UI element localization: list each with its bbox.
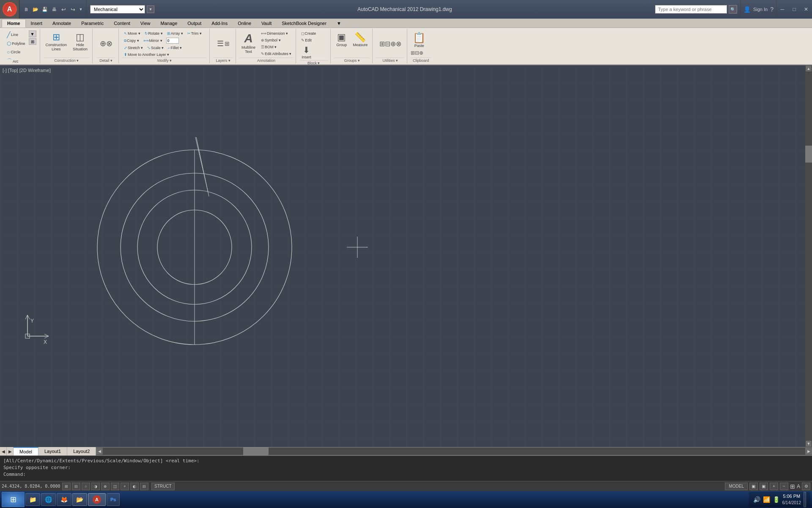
taskbar-item-explorer[interactable]: 📁: [25, 493, 40, 506]
tab-model[interactable]: Model: [14, 447, 38, 456]
show-desktop-button[interactable]: [804, 492, 806, 507]
tab-layout2[interactable]: Layout2: [67, 447, 96, 456]
block-group-label[interactable]: Block ▾: [299, 60, 328, 65]
tab-output[interactable]: Output: [182, 19, 206, 28]
tab-content[interactable]: Content: [109, 19, 135, 28]
scale-button[interactable]: ⤡ Scale ▾: [145, 45, 165, 51]
command-input[interactable]: [27, 472, 809, 478]
move-button[interactable]: ↖ Move ▾: [122, 30, 142, 36]
taskbar-item-folder[interactable]: 📂: [72, 493, 87, 506]
scroll-down-button[interactable]: ▼: [805, 440, 812, 447]
hscroll-right[interactable]: ▶: [805, 448, 812, 455]
right-scrollbar[interactable]: ▲ ▼: [805, 65, 812, 447]
save-button[interactable]: 💾: [41, 5, 49, 14]
trim-button[interactable]: ✂ Trim ▾: [186, 30, 203, 36]
circle-button[interactable]: ○ Circle: [5, 48, 27, 56]
layout-icon-2[interactable]: ▣: [760, 483, 768, 490]
hscroll-track[interactable]: [103, 447, 805, 455]
zoom-out-button[interactable]: −: [780, 483, 788, 490]
line-button[interactable]: ╱ Line: [5, 30, 27, 39]
search-button[interactable]: 🔍: [729, 5, 737, 14]
nav-next-button[interactable]: ▶: [7, 447, 14, 456]
hide-situation-button[interactable]: ◫ HideSituation: [71, 30, 90, 52]
groups-group-label[interactable]: Groups ▾: [334, 58, 370, 63]
lineweight-button[interactable]: +: [121, 483, 129, 490]
arc-button[interactable]: ⌒ Arc: [5, 57, 27, 66]
tab-vault[interactable]: Vault: [256, 19, 277, 28]
polar-button[interactable]: ◑: [91, 483, 100, 490]
print-button[interactable]: 🖶: [50, 5, 58, 14]
open-button[interactable]: 📂: [31, 5, 40, 14]
tab-parametric[interactable]: Parametric: [76, 19, 109, 28]
settings-button[interactable]: ⚙: [802, 483, 810, 490]
tab-view[interactable]: View: [135, 19, 156, 28]
draw-grid-button[interactable]: ⊞: [29, 38, 36, 45]
tab-layout1[interactable]: Layout1: [38, 447, 67, 456]
modify-group-label[interactable]: Modify ▾: [122, 58, 207, 63]
layout-icon-1[interactable]: ▣: [749, 483, 758, 490]
qa-dropdown[interactable]: ▼: [78, 5, 84, 14]
hscroll-thumb[interactable]: [243, 447, 269, 455]
copy-button[interactable]: ⧉ Copy ▾: [122, 37, 141, 44]
grid-button[interactable]: ⊟: [72, 483, 80, 490]
scroll-thumb[interactable]: [805, 146, 812, 163]
tab-addins[interactable]: Add-Ins: [206, 19, 233, 28]
polyline-button[interactable]: ⬡ Polyline: [5, 40, 27, 47]
fillet-button[interactable]: ⌐ Fillet ▾: [166, 45, 184, 51]
osnap-button[interactable]: ⊕: [101, 483, 110, 490]
bom-button[interactable]: ☰ BOM ▾: [259, 44, 293, 50]
tab-annotate[interactable]: Annotate: [47, 19, 76, 28]
move-layer-button[interactable]: ⬆ Move to Another Layer ▾: [122, 52, 171, 58]
tab-insert[interactable]: Insert: [26, 19, 48, 28]
model-display[interactable]: MODEL: [725, 483, 748, 490]
transparency-button[interactable]: ◐: [130, 483, 139, 490]
clock-display[interactable]: 5:06 PM 6/14/2012: [782, 493, 801, 505]
mirror-button[interactable]: ⟺ Mirror ▾: [142, 37, 164, 44]
paste-button[interactable]: 📋 Paste: [411, 30, 428, 49]
hscroll-left[interactable]: ◀: [96, 448, 103, 455]
taskbar-item-autocad[interactable]: A: [88, 493, 106, 506]
tab-online[interactable]: Online: [233, 19, 256, 28]
tab-home[interactable]: Home: [2, 19, 26, 28]
signin-label[interactable]: Sign In: [753, 7, 768, 12]
utilities-group-label[interactable]: Utilities ▾: [376, 58, 404, 63]
layers-group-label[interactable]: Layers ▾: [213, 58, 233, 63]
edit-block-button[interactable]: ✎ Edit: [299, 37, 313, 43]
create-block-button[interactable]: ◻ Create: [299, 30, 318, 36]
snap-button[interactable]: ⊞: [62, 483, 71, 490]
new-button[interactable]: 🗎: [22, 5, 30, 14]
sel-cycle-button[interactable]: ⊟: [140, 483, 148, 490]
draw-more-button[interactable]: ▼: [29, 30, 36, 37]
taskbar-item-firefox[interactable]: 🦊: [57, 493, 71, 506]
undo-button[interactable]: ↩: [59, 5, 68, 14]
minimize-button[interactable]: ─: [776, 0, 788, 19]
array-button[interactable]: ⊞ Array ▾: [165, 30, 185, 36]
zoom-in-button[interactable]: +: [770, 483, 778, 490]
drawing-canvas[interactable]: Y X: [0, 65, 812, 447]
taskbar-item-photoshop[interactable]: Ps: [107, 493, 120, 506]
start-button[interactable]: ⊞: [2, 492, 25, 507]
search-input[interactable]: [655, 5, 727, 14]
stretch-button[interactable]: ⤢ Stretch ▾: [122, 45, 145, 51]
construction-lines-button[interactable]: ⊞ ConstructionLines: [44, 30, 69, 52]
edit-attributes-button[interactable]: ✎ Edit Attributes ▾: [259, 51, 293, 57]
dimension-button[interactable]: ⟺ Dimension ▾: [259, 30, 293, 36]
redo-button[interactable]: ↪: [69, 5, 77, 14]
workspace-options[interactable]: ▼: [147, 6, 154, 13]
maximize-button[interactable]: □: [788, 0, 800, 19]
scale-input[interactable]: [166, 38, 179, 44]
multiline-text-button[interactable]: A MultilineText: [239, 30, 258, 55]
workspace-dropdown[interactable]: Mechanical: [90, 5, 145, 14]
nav-prev-button[interactable]: ◀: [0, 447, 7, 456]
rotate-button[interactable]: ↻ Rotate ▾: [143, 30, 165, 36]
ortho-button[interactable]: ○: [82, 483, 90, 490]
group-button[interactable]: ▣ Group: [334, 30, 349, 48]
3d-button[interactable]: ◫: [111, 483, 119, 490]
tab-sketchbook[interactable]: SketchBook Designer: [277, 19, 332, 28]
symbol-button[interactable]: ⊕ Symbol ▾: [259, 37, 293, 43]
detail-group-label[interactable]: Detail ▾: [97, 58, 115, 63]
close-button[interactable]: ✕: [800, 0, 812, 19]
construction-group-label[interactable]: Construction ▾: [44, 58, 90, 63]
tab-manage[interactable]: Manage: [156, 19, 183, 28]
tab-extra[interactable]: ▼: [332, 19, 346, 28]
